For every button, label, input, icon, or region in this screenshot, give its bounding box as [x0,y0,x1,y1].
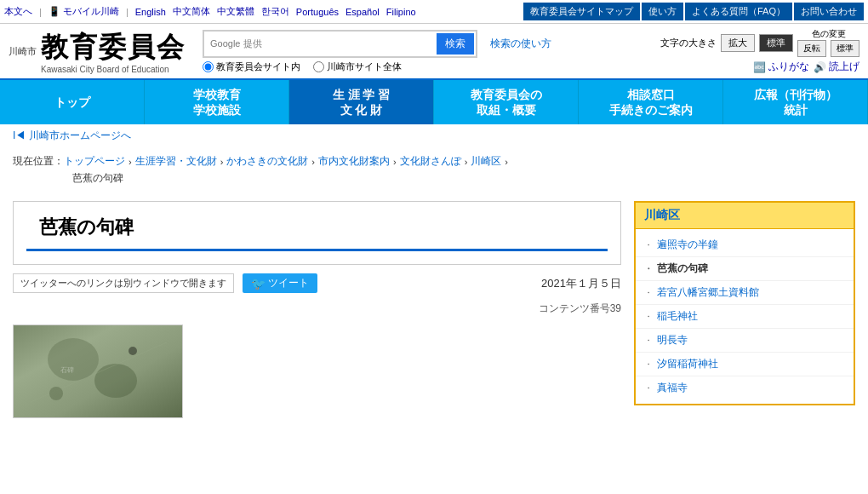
nav-committee[interactable]: 教育委員会の 取組・概要 [434,80,579,124]
color-standard-btn[interactable]: 標準 [831,40,859,57]
search-box: Google 提供 検索 [203,30,477,58]
nav-school[interactable]: 学校教育 学校施設 [145,80,289,124]
font-normal-btn[interactable]: 標準 [759,34,793,52]
accessibility-row: 🔤 ふりがな 🔊 読上げ [753,60,859,74]
sidebar-list: ・ 遍照寺の半鐘 ・ 芭蕉の句碑 ・ 若宮八幡宮郷土資料館 ・ 稲毛神社 ・ [636,229,854,404]
twitter-btn[interactable]: 🐦 ツイート [243,273,317,293]
article-image: 石碑 [13,325,183,418]
sidebar-current-item: 芭蕉の句碑 [657,261,708,276]
nav-publication[interactable]: 広報（刊行物） 統計 [723,80,868,124]
search-input[interactable] [266,37,437,50]
top-bar-left: 本文へ | 📱 モバイル川崎 | English 中文简体 中文繁體 한국어 P… [4,5,523,18]
svg-point-3 [94,364,137,398]
board-subtitle: Kawasaki City Board of Education [41,65,186,74]
breadcrumb-city-guide[interactable]: 市内文化財案内 [318,154,390,169]
breadcrumb-row: 現在位置： トップページ › 生涯学習・文化財 › かわさきの文化財 › 市内文… [13,154,855,169]
sidebar-box: 川崎区 ・ 遍照寺の半鐘 ・ 芭蕉の句碑 ・ 若宮八幡宮郷土資料館 ・ 稲毛神社 [634,201,855,405]
radio-all[interactable] [313,61,324,72]
readout-btn[interactable]: 🔊 読上げ [814,60,859,74]
bullet-icon: ・ [644,239,653,251]
furigana-btn[interactable]: 🔤 ふりがな [753,60,809,74]
nav-top[interactable]: トップ [0,80,145,124]
list-item: ・ 遍照寺の半鐘 [636,233,854,257]
chinese-simple-link[interactable]: 中文简体 [173,5,210,18]
font-size-row: 文字の大きさ 拡大 標準 色の変更 反転 標準 [660,28,859,57]
breadcrumb-culture[interactable]: 生涯学習・文化財 [135,154,217,169]
bullet-icon: ・ [644,359,653,370]
content-number: コンテンツ番号39 [13,302,621,316]
twitter-icon: 🐦 [251,277,266,290]
page-name: 芭蕉の句碑 [72,171,855,186]
board-title: 教育委員会 [41,29,186,66]
nav-school-label: 学校教育 学校施設 [193,87,241,118]
sidebar-link-myochouji[interactable]: 明長寺 [657,333,688,348]
sidebar-link-inagesha[interactable]: 稲毛神社 [657,309,698,324]
city-name: 川崎市 [9,45,37,58]
list-item: ・ 稲毛神社 [636,305,854,329]
font-size-label: 文字の大きさ [660,37,717,49]
article-image-placeholder: 石碑 [14,325,182,417]
bullet-icon: ・ [644,335,653,347]
phone-icon: 📱 [49,6,60,16]
breadcrumb-kawasaki-ku[interactable]: 川崎区 [471,154,501,169]
faq-btn[interactable]: よくある質問（FAQ） [685,3,792,20]
sidebar-link-wakamiya[interactable]: 若宮八幡宮郷土資料館 [657,285,759,300]
top-bar: 本文へ | 📱 モバイル川崎 | English 中文简体 中文繁體 한국어 P… [0,0,868,24]
list-item: ・ 芭蕉の句碑 [636,257,854,281]
article-title: 芭蕉の句碑 [26,206,608,251]
nav-committee-label: 教育委員会の 取組・概要 [471,87,542,118]
sidebar-link-shinfukuji[interactable]: 真福寺 [657,381,688,395]
sidebar-title: 川崎区 [636,203,854,229]
list-item: ・ 汐留稲荷神社 [636,353,854,376]
font-large-btn[interactable]: 拡大 [721,34,755,52]
breadcrumb-bar: 現在位置： トップページ › 生涯学習・文化財 › かわさきの文化財 › 市内文… [0,147,868,192]
header-controls: 文字の大きさ 拡大 標準 色の変更 反転 標準 🔤 ふりがな 🔊 読上げ [660,28,859,74]
sidebar-link-shiodome[interactable]: 汐留稲荷神社 [657,357,718,371]
top-bar-right: 教育委員会サイトマップ 使い方 よくある質問（FAQ） お問い合わせ [523,3,864,20]
radio-group: 教育委員会サイト内 川崎市サイト全体 [203,60,660,73]
logo-area: 川崎市 教育委員会 Kawasaki City Board of Educati… [9,29,186,74]
meta-row: ツイッターへのリンクは別ウィンドウで開きます 🐦 ツイート 2021年１月５日 [13,273,621,293]
radio-site[interactable] [203,61,214,72]
honbun-link[interactable]: 本文へ [4,5,32,18]
howto-btn[interactable]: 使い方 [642,3,683,20]
board-info: 教育委員会 Kawasaki City Board of Education [41,29,186,74]
sidebar-title-link[interactable]: 川崎区 [644,208,680,221]
svg-point-5 [49,387,63,400]
header: 川崎市 教育委員会 Kawasaki City Board of Educati… [0,24,868,80]
home-link[interactable]: I◀ 川崎市ホームページへ [13,129,131,141]
english-link[interactable]: English [135,7,166,17]
bullet-icon: ・ [644,311,653,323]
city-logo: 川崎市 [9,45,37,58]
sidebar-link-hanjoh[interactable]: 遍照寺の半鐘 [657,238,718,252]
sitemap-btn[interactable]: 教育委員会サイトマップ [523,3,640,20]
portuguese-link[interactable]: Português [296,7,339,17]
color-reverse-btn[interactable]: 反転 [797,40,826,57]
svg-text:石碑: 石碑 [60,366,74,374]
color-change-label: 色の変更 [812,28,846,40]
bullet-icon: ・ [644,287,653,299]
chinese-trad-link[interactable]: 中文繁體 [217,5,254,18]
nav-culture[interactable]: 生 涯 学 習 文 化 財 [289,80,434,124]
arrow-icon: I◀ [13,129,26,141]
contact-btn[interactable]: お問い合わせ [794,3,864,20]
mobile-link[interactable]: 📱 モバイル川崎 [49,5,119,18]
nav-consultation[interactable]: 相談窓口 手続きのご案内 [579,80,723,124]
search-usage-link[interactable]: 検索の使い方 [490,37,551,51]
breadcrumb-kawasaki-culture[interactable]: かわさきの文化財 [226,154,308,169]
filipino-link[interactable]: Filipino [386,7,416,17]
article-image-svg: 石碑 [14,325,183,418]
nav-top-label: トップ [54,95,90,110]
radio-all-label[interactable]: 川崎市サイト全体 [313,60,402,73]
spanish-link[interactable]: Español [345,7,380,17]
speaker-icon: 🔊 [814,61,826,73]
korean-link[interactable]: 한국어 [261,5,289,18]
nav-consultation-label: 相談窓口 手続きのご案内 [609,87,693,118]
search-button[interactable]: 検索 [437,33,474,55]
header-search: Google 提供 検索 検索の使い方 教育委員会サイト内 川崎市サイト全体 [203,30,660,73]
radio-site-label[interactable]: 教育委員会サイト内 [203,60,300,73]
breadcrumb-top[interactable]: トップページ [64,154,125,169]
breadcrumb-sanpo[interactable]: 文化財さんぽ [400,154,461,169]
article-title-box: 芭蕉の句碑 [13,201,621,265]
bullet-icon: ・ [644,382,653,394]
